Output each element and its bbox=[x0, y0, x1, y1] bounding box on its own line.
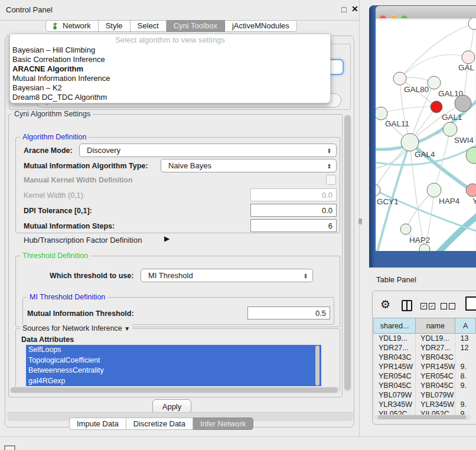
table-cell: 9. bbox=[455, 400, 476, 409]
which-threshold-combo[interactable]: MI Threshold ▲▼ bbox=[141, 269, 313, 282]
table-row[interactable]: YBR045CYBR045C9. bbox=[374, 381, 476, 390]
data-attributes-label: Data Attributes bbox=[21, 335, 74, 344]
tab-jactivemnodules[interactable]: jActiveMNodules bbox=[225, 20, 297, 32]
table-cell: 9. bbox=[455, 381, 476, 390]
tab-infer-network[interactable]: Infer Network bbox=[193, 418, 253, 430]
table-row[interactable]: YER054CYER054C8. bbox=[374, 371, 476, 381]
network-node-gal4[interactable] bbox=[401, 133, 419, 151]
network-node-y[interactable] bbox=[466, 184, 476, 197]
tab-discretize-data[interactable]: Discretize Data bbox=[126, 418, 193, 430]
page-icon[interactable] bbox=[465, 296, 476, 311]
tab-style[interactable]: Style bbox=[99, 20, 131, 32]
column-header[interactable]: shared... bbox=[374, 318, 416, 334]
aracne-mode-combo[interactable]: Discovery ▲▼ bbox=[79, 144, 337, 157]
manual-kernel-checkbox[interactable] bbox=[326, 175, 336, 185]
table-cell: YDL19... bbox=[374, 334, 416, 344]
algorithm-option[interactable]: Bayesian – K2 bbox=[10, 83, 330, 93]
unchecked-pair-icon[interactable] bbox=[441, 303, 455, 309]
network-edge[interactable] bbox=[432, 213, 476, 251]
network-node-hap4[interactable] bbox=[427, 183, 441, 197]
algorithm-option[interactable]: Basic Correlation Inference bbox=[10, 55, 330, 64]
table-cell: YLR345W bbox=[374, 400, 416, 409]
algorithm-option[interactable]: ARACNE Algorithm bbox=[10, 64, 330, 74]
columns-icon[interactable] bbox=[402, 300, 412, 311]
table-hscroll-thumb[interactable] bbox=[378, 415, 467, 419]
tab-network[interactable]: Network bbox=[45, 20, 99, 32]
node-label: SWI4 bbox=[454, 136, 474, 145]
table-row[interactable]: YPR145WYPR145W9. bbox=[374, 362, 476, 371]
algorithm-definition-title: Algorithm Definition bbox=[20, 133, 89, 141]
attribute-list-item[interactable]: gal4RGexp bbox=[26, 376, 321, 387]
network-node[interactable] bbox=[468, 18, 476, 30]
network-edge[interactable] bbox=[376, 190, 476, 232]
apply-button[interactable]: Apply bbox=[152, 399, 191, 413]
table-row[interactable]: YDL19...YDL19...13 bbox=[374, 334, 476, 344]
data-attributes-list[interactable]: SelfLoopsTopologicalCoefficientBetweenne… bbox=[26, 345, 321, 387]
settings-vscroll-thumb[interactable] bbox=[344, 115, 351, 390]
network-node-gal80[interactable] bbox=[393, 72, 406, 85]
tab-label: Impute Data bbox=[77, 419, 119, 428]
float-window-icon[interactable]: □ bbox=[341, 5, 346, 14]
table-row[interactable]: YBR043CYBR043C bbox=[374, 353, 476, 362]
table-cell: YDR27... bbox=[374, 343, 416, 353]
node-label: GAL80 bbox=[404, 85, 429, 94]
tab-label: Cyni Toolbox bbox=[174, 21, 217, 30]
network-icon bbox=[53, 22, 60, 30]
column-header[interactable]: name bbox=[416, 318, 455, 334]
collapsed-arrow-icon[interactable]: ▶ bbox=[164, 234, 169, 243]
dpi-tolerance-field[interactable]: 0.0 bbox=[250, 204, 337, 217]
hub-definition-toggle[interactable]: Hub/Transcription Factor Definition bbox=[24, 236, 142, 244]
tab-impute-data[interactable]: Impute Data bbox=[69, 418, 126, 430]
node-label: GCY1 bbox=[377, 197, 399, 206]
attribute-list-item[interactable]: BetweennessCentrality bbox=[26, 366, 321, 376]
stepper-icon: ▲▼ bbox=[327, 148, 331, 154]
tab-label: Discretize Data bbox=[133, 419, 185, 428]
network-node-hap2[interactable] bbox=[400, 224, 411, 234]
network-node-gal[interactable] bbox=[462, 51, 475, 64]
mi-type-value: Naive Bayes bbox=[168, 161, 211, 170]
network-node-gcy1[interactable] bbox=[376, 184, 380, 196]
attribute-list-item[interactable]: TopologicalCoefficient bbox=[26, 356, 321, 366]
network-node-gal11[interactable] bbox=[376, 107, 387, 120]
kernel-width-field[interactable]: 0.0 bbox=[250, 188, 337, 201]
table-cell: YLR345W bbox=[416, 400, 455, 409]
network-edge[interactable] bbox=[381, 107, 436, 113]
network-node-gal10[interactable] bbox=[428, 76, 441, 89]
table-row[interactable]: YLR345WYLR345W9. bbox=[374, 400, 476, 409]
manual-kernel-label: Manual Kernel Width Definition bbox=[24, 176, 133, 184]
table-row[interactable]: YBL079WYBL079W bbox=[374, 390, 476, 400]
algorithm-option[interactable]: Bayesian – Hill Climbing bbox=[10, 45, 330, 55]
network-node-swi4[interactable] bbox=[443, 122, 457, 136]
network-window-titlebar[interactable] bbox=[376, 6, 476, 19]
splitpane-divider-handle[interactable] bbox=[358, 219, 362, 224]
mi-threshold-field[interactable]: 0.5 bbox=[247, 306, 330, 319]
table-cell bbox=[455, 390, 476, 400]
mi-type-combo[interactable]: Naive Bayes ▲▼ bbox=[161, 159, 337, 172]
gear-icon[interactable]: ⚙ bbox=[380, 298, 390, 311]
close-icon[interactable]: ✕ bbox=[351, 4, 358, 14]
attribute-list-item[interactable]: SelfLoops bbox=[26, 345, 321, 356]
network-canvas[interactable]: GALGAL80GAL10GAL1GAL11SWI4GAL4GCY1HAP4YH… bbox=[376, 18, 476, 251]
tab-label: Infer Network bbox=[200, 419, 246, 428]
minimized-panel-icon[interactable] bbox=[4, 445, 15, 450]
network-node[interactable] bbox=[455, 95, 471, 112]
algorithm-prompt: Select algorithm to view settings bbox=[10, 34, 330, 45]
mi-steps-field[interactable]: 6 bbox=[250, 219, 337, 232]
table-cell: 9. bbox=[455, 362, 476, 371]
table-cell: YBL079W bbox=[374, 390, 416, 400]
network-node[interactable] bbox=[419, 244, 430, 251]
algorithm-option[interactable]: Dream8 DC_TDC Algorithm bbox=[10, 93, 330, 102]
network-edge[interactable] bbox=[377, 142, 410, 251]
algorithm-option[interactable]: Mutual Information Inference bbox=[10, 74, 330, 83]
control-panel-titlebar: Control Panel □ ✕ bbox=[0, 0, 359, 21]
aracne-mode-value: Discovery bbox=[87, 146, 120, 155]
settings-hscroll-thumb[interactable] bbox=[11, 387, 338, 393]
tab-cyni-toolbox[interactable]: Cyni Toolbox bbox=[167, 20, 225, 32]
network-node-gal1[interactable] bbox=[431, 101, 442, 113]
attributes-list-scrollbar[interactable] bbox=[315, 345, 319, 386]
sources-group-title[interactable]: Sources for Network Inference ▼ bbox=[20, 324, 132, 332]
table-row[interactable]: YDR27...YDR27...12 bbox=[374, 343, 476, 353]
column-header[interactable]: A bbox=[455, 318, 476, 334]
checked-pair-icon[interactable]: ✓✓ bbox=[420, 303, 435, 309]
tab-select[interactable]: Select bbox=[131, 20, 167, 32]
